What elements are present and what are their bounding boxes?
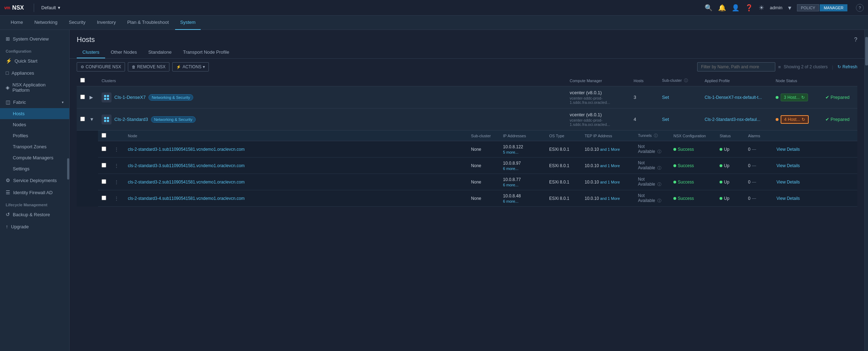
sidebar-item-appliances[interactable]: □ Appliances <box>0 67 69 79</box>
sub-row4-cb[interactable] <box>102 196 106 200</box>
sub-select-all[interactable] <box>102 133 106 138</box>
sub-row4-node-name[interactable]: cls-2-standard3-4.sub11090541581.vcndemo… <box>128 196 245 201</box>
row3-menu-icon[interactable]: ⋮ <box>114 180 119 185</box>
search-icon[interactable]: 🔍 <box>705 4 712 12</box>
sub-row3-more-ips[interactable]: 6 more... <box>503 183 542 187</box>
policy-button[interactable]: POLICY <box>797 4 819 11</box>
sidebar-item-system-overview[interactable]: ⊞ System Overview <box>0 33 69 45</box>
sidebar-item-quick-start[interactable]: ⚡ Quick Start <box>0 55 69 67</box>
row4-view-details[interactable]: View Details <box>776 196 800 201</box>
row2-cluster-name[interactable]: Cls-2-Standard3 <box>114 117 148 122</box>
help-icon[interactable]: ❓ <box>745 4 753 12</box>
bell-icon[interactable]: 🔔 <box>718 4 726 12</box>
scrollbar-thumb[interactable] <box>865 37 868 65</box>
nav-inventory[interactable]: Inventory <box>92 16 121 30</box>
sidebar-item-backup-restore[interactable]: ↺ Backup & Restore <box>0 208 69 220</box>
user-icon[interactable]: 👤 <box>732 4 739 12</box>
sidebar-item-upgrade[interactable]: ↑ Upgrade <box>0 220 69 233</box>
table-row: ▶ Cls-1-DenseX7 Networking & Security <box>77 86 857 108</box>
nav-networking[interactable]: Networking <box>29 16 63 30</box>
row2-profile-link[interactable]: Cls-2-Standard3-nsx-defaul... <box>705 117 760 122</box>
sub-cluster-info-icon[interactable]: ⓘ <box>684 78 688 83</box>
tunnels-info-icon[interactable]: ⓘ <box>654 133 658 138</box>
tab-clusters[interactable]: Clusters <box>77 47 105 58</box>
tab-standalone[interactable]: Standalone <box>142 47 177 58</box>
remove-nsx-button[interactable]: 🗑 REMOVE NSX <box>128 62 169 71</box>
filter-input[interactable] <box>697 62 775 71</box>
theme-icon[interactable]: ☀ <box>759 4 764 12</box>
sub-row4-more-ips[interactable]: 6 more... <box>503 199 542 203</box>
sub-row1-cb[interactable] <box>102 147 106 151</box>
sidebar-item-compute-managers[interactable]: Compute Managers <box>0 152 69 163</box>
sidebar-item-hosts[interactable]: Hosts <box>0 108 69 119</box>
nav-home[interactable]: Home <box>6 16 28 30</box>
help-circle-btn[interactable]: ? <box>856 4 864 12</box>
upgrade-icon: ↑ <box>6 224 8 229</box>
sidebar-scrollbar-thumb[interactable] <box>67 158 69 180</box>
row1-set-link[interactable]: Set <box>662 95 669 100</box>
nav-plan-troubleshoot[interactable]: Plan & Troubleshoot <box>122 16 174 30</box>
row3-tunnels-info[interactable]: ⓘ <box>657 182 661 186</box>
sub-row2-tep-more[interactable]: and 1 More <box>600 164 620 168</box>
row2-set-link[interactable]: Set <box>662 117 669 122</box>
sidebar-item-identity-firewall-ad[interactable]: ☰ Identity Firewall AD <box>0 186 69 198</box>
actions-label: ACTIONS <box>183 64 201 69</box>
configure-nsx-button[interactable]: ⚙ CONFIGURE NSX <box>77 62 125 71</box>
row2-checkbox[interactable] <box>80 117 85 121</box>
sub-row3-tep-more[interactable]: and 1 More <box>600 180 620 184</box>
right-scrollbar[interactable] <box>864 30 868 351</box>
row1-menu-icon[interactable]: ⋮ <box>114 147 119 152</box>
sidebar-item-profiles[interactable]: Profiles <box>0 130 69 141</box>
row2-expand-cell: ▼ <box>89 108 98 131</box>
page-help-icon[interactable]: ? <box>854 37 857 43</box>
sub-row2-more-ips[interactable]: 6 more... <box>503 166 542 171</box>
sub-table-row: ⋮ cls-2-standard3-4.sub11090541581.vcnde… <box>98 190 857 207</box>
tab-transport-node-profile[interactable]: Transport Node Profile <box>177 47 235 58</box>
sidebar-item-transport-zones[interactable]: Transport Zones <box>0 141 69 152</box>
row1-tunnels-info[interactable]: ⓘ <box>657 149 661 154</box>
refresh-button[interactable]: ↻ Refresh <box>837 64 857 69</box>
row1-hosts-button[interactable]: 3 Host... ↻ <box>781 94 808 101</box>
tab-other-nodes[interactable]: Other Nodes <box>105 47 143 58</box>
row3-view-details[interactable]: View Details <box>776 180 800 185</box>
sidebar-item-settings[interactable]: Settings <box>0 163 69 174</box>
sub-table-row: ⋮ cls-2-standard3-3.sub11090541581.vcnde… <box>98 158 857 174</box>
sidebar-group-fabric[interactable]: ◫ Fabric ▾ <box>0 96 69 108</box>
nav-system[interactable]: System <box>175 16 200 30</box>
sidebar-item-service-deployments[interactable]: ⚙ Service Deployments <box>0 174 69 186</box>
row1-cluster-name[interactable]: Cls-1-DenseX7 <box>114 95 146 100</box>
row4-menu-icon[interactable]: ⋮ <box>114 196 119 201</box>
sub-row2-status: Up <box>716 158 744 174</box>
nav-security[interactable]: Security <box>64 16 91 30</box>
actions-button[interactable]: ⚡ ACTIONS ▾ <box>172 62 209 71</box>
manager-button[interactable]: MANAGER <box>820 4 847 11</box>
sub-row1-more-ips[interactable]: 5 more... <box>503 150 542 154</box>
row1-expand-icon[interactable]: ▶ <box>89 95 93 100</box>
row2-tunnels-info[interactable]: ⓘ <box>657 166 661 170</box>
row2-subcluster-cell: Set <box>658 108 701 131</box>
row2-menu-icon[interactable]: ⋮ <box>114 163 119 168</box>
sidebar-item-nodes[interactable]: Nodes <box>0 119 69 130</box>
sub-row3-node-name[interactable]: cls-2-standard3-2.sub11090541581.vcndemo… <box>128 180 245 185</box>
sub-row2-cb[interactable] <box>102 163 106 167</box>
row1-checkbox[interactable] <box>80 95 85 99</box>
row2-view-details[interactable]: View Details <box>776 163 800 168</box>
row2-hosts-button[interactable]: 4 Host... ↻ <box>781 115 809 124</box>
filter-icon[interactable]: ≡ <box>778 64 781 70</box>
context-selector[interactable]: Default ▾ <box>38 4 63 12</box>
row2-expand-icon[interactable]: ▼ <box>89 117 94 122</box>
service-deployments-icon: ⚙ <box>6 177 10 183</box>
sub-row3-cb[interactable] <box>102 179 106 184</box>
user-label[interactable]: admin <box>770 5 782 10</box>
select-all-checkbox[interactable] <box>80 78 85 83</box>
row1-profile-link[interactable]: Cls-1-DenseX7-nsx-default-t... <box>705 95 762 100</box>
sub-row1-node-name[interactable]: cls-2-standard3-1.sub11090541581.vcndemo… <box>128 147 245 152</box>
row4-tunnels-info[interactable]: ⓘ <box>657 198 661 203</box>
sidebar-item-nsx-app-platform[interactable]: ◈ NSX Application Platform <box>0 79 69 96</box>
sub-row4-tep-more[interactable]: and 1 More <box>600 196 620 201</box>
user-chevron[interactable]: ▾ <box>788 4 791 12</box>
sub-row2-node-name[interactable]: cls-2-standard3-3.sub11090541581.vcndemo… <box>128 163 245 168</box>
sub-row1-tep-more[interactable]: and 1 More <box>600 147 620 151</box>
row1-view-details[interactable]: View Details <box>776 147 800 152</box>
tabs-bar: Clusters Other Nodes Standalone Transpor… <box>70 47 864 59</box>
